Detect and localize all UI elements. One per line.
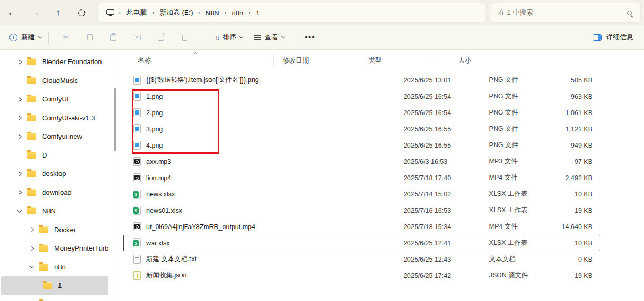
file-row[interactable]: axx.mp3 2025/6/3 16:53 MP3 文件 97 KB [123,153,600,170]
file-type-icon [133,238,141,247]
file-row[interactable]: 4.png 2025/6/25 16:55 PNG 文件 949 KB [123,137,600,153]
sidebar-item[interactable]: Blender Foundation [1,53,108,71]
trash-icon [182,35,187,41]
column-header-name[interactable]: 名称 [121,54,274,67]
chevron-icon [17,116,22,120]
file-size: 0 KB [552,256,600,263]
sidebar-item[interactable]: Comfyui-new [1,127,108,146]
tree-expand-chevron[interactable] [15,116,24,119]
refresh-button[interactable] [70,3,93,22]
tree-expand-chevron[interactable] [15,135,24,138]
chevron-icon [29,264,34,268]
up-button[interactable]: ↑ [47,3,70,22]
tree-expand-chevron[interactable] [15,210,24,213]
command-toolbar: + 新建 ✂ A ↑↓ 排序 查看 ••• 详细信息 [0,25,644,50]
file-row[interactable]: ut_0l69A4jlnjFaY8ZmRR_output.mp4 2025/7/… [123,219,600,235]
more-options-button[interactable]: ••• [299,30,320,44]
sidebar-item[interactable]: N8N [1,202,108,221]
file-type-icon [133,173,141,182]
sidebar-item[interactable]: n8n [1,258,108,277]
sidebar-item-label: desktop [42,170,66,178]
tree-expand-chevron[interactable] [15,153,24,157]
tree-expand-chevron[interactable] [15,60,24,64]
file-row[interactable]: 1.png 2025/6/25 16:54 PNG 文件 963 KB [123,88,600,105]
breadcrumb-item[interactable]: n8n [227,7,248,19]
sidebar-item[interactable] [1,295,108,301]
file-date-modified: 2025/6/25 17:42 [395,272,485,279]
tree-expand-chevron[interactable] [15,79,24,82]
tree-expand-chevron[interactable] [15,172,24,175]
rename-icon: A [134,35,141,40]
column-header-size[interactable]: 大小 [431,54,479,67]
back-button[interactable]: ← [1,3,24,22]
toolbar-divider [294,32,294,44]
breadcrumb-item[interactable]: N8N [201,7,224,19]
plus-circle-icon: + [9,34,17,41]
sidebar-scrollbar[interactable] [114,88,116,151]
paste-icon [110,34,116,41]
search-box[interactable]: 在 1 中搜索 [491,3,641,23]
chevron-icon [17,59,22,64]
breadcrumb-separator-icon: › [224,9,227,16]
file-size: 1,121 KB [552,126,600,133]
folder-icon [27,115,36,121]
sidebar-item[interactable]: CloudMusic [1,71,108,90]
file-name: lion.mp4 [146,174,171,182]
file-type: XLSX 工作表 [485,238,552,247]
sidebar-item[interactable]: download [1,183,108,202]
breadcrumb-item[interactable]: 此电脑 [122,6,152,19]
file-row[interactable]: 2.png 2025/6/25 16:54 PNG 文件 1,061 KB [123,105,600,121]
column-header-type[interactable]: 类型 [364,54,431,67]
column-header-date[interactable]: 修改日期 [274,54,364,67]
paste-button[interactable] [104,28,124,46]
sidebar-item[interactable]: 1 [1,276,108,295]
breadcrumb-item[interactable]: 新加卷 (E:) [155,6,198,19]
sidebar-item[interactable]: ComfyUI-aki-v1.3 [1,109,108,128]
file-size: 505 KB [552,77,600,84]
chevron-down-icon [281,35,285,39]
file-size: 2,492 KB [552,174,600,182]
file-row[interactable]: war.xlsx 2025/6/25 12:41 XLSX 工作表 10 KB [123,235,600,251]
tree-expand-chevron[interactable] [27,265,36,268]
file-row[interactable]: lion.mp4 2025/7/18 17:40 MP4 文件 2,492 KB [123,170,600,186]
file-row[interactable]: news.xlsx 2025/7/14 15:02 XLSX 工作表 10 KB [123,186,600,202]
toolbar-divider [202,32,202,44]
file-name: ut_0l69A4jlnjFaY8ZmRR_output.mp4 [146,223,255,231]
cut-button[interactable]: ✂ [56,28,76,46]
file-row[interactable]: 新闻收集.json 2025/6/25 17:42 JSON 源文件 19 KB [123,267,600,284]
details-pane-button[interactable]: 详细信息 [593,33,633,42]
file-row[interactable]: {{$('数据转换').item.json['文件名']}}.png 2025/… [123,72,600,88]
view-lines-icon [254,35,261,40]
sidebar-item[interactable]: D [1,146,108,165]
file-type-icon [133,124,141,133]
file-name: 3.png [146,126,163,133]
folder-icon [27,207,36,214]
file-list-pane: 名称 修改日期 类型 大小 {{$('数据转换').item.json['文件名… [121,50,644,301]
sidebar-item[interactable]: Docker [1,221,108,240]
tree-expand-chevron[interactable] [27,228,36,231]
view-button[interactable]: 查看 [250,29,288,45]
share-button[interactable] [151,28,171,46]
sidebar-item[interactable]: MoneyPrinterTurbo [1,239,108,258]
breadcrumb-item[interactable]: 1 [251,7,264,19]
sort-button[interactable]: ↑↓ 排序 [210,29,246,45]
chevron-icon [17,190,22,195]
sidebar-item[interactable]: desktop [1,164,108,183]
delete-button[interactable] [175,28,195,46]
tree-expand-chevron[interactable] [27,247,36,250]
tree-expand-chevron[interactable] [15,98,24,101]
tree-expand-chevron[interactable] [15,191,24,194]
file-row[interactable]: 3.png 2025/6/25 16:55 PNG 文件 1,121 KB [123,121,600,137]
file-size: 949 KB [552,142,600,149]
sort-arrows-icon: ↑↓ [215,34,218,41]
file-type: PNG 文件 [485,124,552,133]
address-bar[interactable]: ›此电脑›新加卷 (E:)›N8N›n8n›1 [97,3,485,23]
copy-button[interactable] [80,28,100,46]
file-row[interactable]: news01.xlsx 2025/7/16 16:53 XLSX 工作表 19 … [123,202,600,219]
file-date-modified: 2025/7/18 15:34 [395,223,485,231]
sidebar-item[interactable]: ComfyUI [1,90,108,109]
new-button[interactable]: + 新建 [7,29,43,45]
file-row[interactable]: 新建 文本文档.txt 2025/6/25 12:43 文本文档 0 KB [123,251,600,267]
rename-button[interactable]: A [127,28,147,46]
forward-button[interactable]: → [24,3,47,22]
